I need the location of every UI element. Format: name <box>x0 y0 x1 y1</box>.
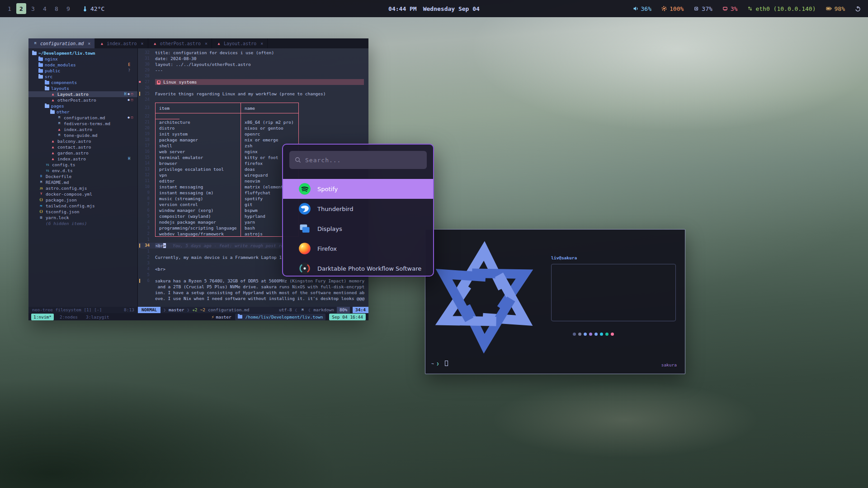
shell-prompt[interactable]: ~ ❯ <box>431 361 448 366</box>
clock-time: 04:44 PM <box>388 5 417 12</box>
memory-module[interactable]: 3% <box>722 5 738 12</box>
vim-mode-indicator: NORMAL <box>138 307 160 313</box>
temperature-module[interactable]: 42°C <box>82 5 104 12</box>
editor-line: 27Linux systems <box>138 79 368 85</box>
launcher-item[interactable]: Thunderbird <box>283 199 433 219</box>
clock-date: Wednesday Sep 04 <box>423 5 480 12</box>
close-icon[interactable]: × <box>141 41 144 47</box>
tree-item[interactable]: env.d.ts <box>28 168 137 174</box>
tree-item[interactable]: node_modules E <box>28 62 137 68</box>
palette-dot <box>611 333 614 336</box>
window-label: sakura <box>661 362 677 368</box>
tmux-window-tab[interactable]: 1:nvim* <box>31 314 54 320</box>
workspace-button[interactable]: 2 <box>16 3 26 14</box>
tree-item[interactable]: package.json <box>28 197 137 203</box>
tree-item[interactable]: otherPost.astro ● □ <box>28 97 137 103</box>
tree-item[interactable]: tone-guide.md <box>28 132 137 138</box>
editor-tab[interactable]: Layout.astro × <box>212 38 268 48</box>
close-icon[interactable]: × <box>260 41 263 47</box>
tree-item[interactable]: components <box>28 80 137 85</box>
editor-line: 24 <box>138 97 368 103</box>
tree-item[interactable]: ~/Development/liv.town <box>28 50 137 56</box>
close-icon[interactable]: × <box>205 41 208 47</box>
markdown-icon <box>300 307 305 313</box>
tree-item[interactable]: garden.astro <box>28 150 137 156</box>
desktop: 1 2 3 4 8 9 42°C <box>0 0 868 488</box>
git-added-count: +2 <box>192 307 197 313</box>
tree-item[interactable]: index.astro <box>28 127 137 132</box>
launcher-search[interactable] <box>289 151 427 169</box>
tmux-window-tab[interactable]: 3:lazygit <box>84 314 111 320</box>
tree-badge: □ <box>131 91 133 97</box>
tree-item[interactable]: yarn.lock <box>28 215 137 221</box>
workspace-button[interactable]: 8 <box>52 3 61 14</box>
editor-tab[interactable]: configuration.md × <box>28 38 95 48</box>
tree-item[interactable]: astro.config.mjs <box>28 185 137 191</box>
table-header-item: item <box>155 103 241 113</box>
tree-item[interactable]: (6 hidden items) <box>28 221 137 226</box>
volume-module[interactable]: 36% <box>633 5 651 12</box>
editor-tab[interactable]: index.astro × <box>95 38 148 48</box>
palette-dot <box>584 333 587 336</box>
workspace-button[interactable]: 9 <box>63 3 73 14</box>
battery-module[interactable]: 98% <box>826 5 845 12</box>
json-icon <box>38 209 44 215</box>
tree-item[interactable]: balcony.astro <box>28 138 137 144</box>
launcher-item[interactable]: Darktable Photo Workflow Software <box>283 258 433 277</box>
git-branch[interactable]: master <box>169 307 184 313</box>
tree-badge: ● <box>128 97 130 103</box>
launcher-item[interactable]: Displays <box>283 219 433 239</box>
launcher-item[interactable]: Firefox <box>283 239 433 258</box>
workspace-button[interactable]: 3 <box>28 3 38 14</box>
tree-item[interactable]: configuration.md ● □ <box>28 115 137 121</box>
tree-item[interactable]: fediverse-terms.md <box>28 121 137 127</box>
tree-badge: □ <box>131 97 133 103</box>
neo-tree-sidebar: ~/Development/liv.town nginx <box>28 48 138 307</box>
launcher-item[interactable]: Spotify <box>283 179 433 199</box>
tree-item[interactable]: src <box>28 74 137 80</box>
tmux-window-tab[interactable]: 2:nodes <box>57 314 80 320</box>
tree-item[interactable]: docker-compose.yml <box>28 191 137 197</box>
user-host: liv@sakura <box>551 255 676 261</box>
cpu-module[interactable]: 37% <box>693 5 712 12</box>
tree-item[interactable]: layouts <box>28 85 137 91</box>
markdown-icon <box>57 121 62 127</box>
table-row: 21 architecture x86_64 (rip m2 pro) <box>138 119 368 125</box>
search-input[interactable] <box>305 157 421 164</box>
system-info-line: OSNixOS 24.11.20240828.71e91c4 (Vicuna) … <box>555 266 672 272</box>
tree-item[interactable]: config.ts <box>28 162 137 168</box>
brightness-module[interactable]: 100% <box>661 5 684 12</box>
tree-item[interactable]: tsconfig.json <box>28 209 137 215</box>
workspace-button[interactable]: 4 <box>40 3 50 14</box>
tree-item[interactable]: Layout.astro H ● □ <box>28 91 137 97</box>
tree-item[interactable]: other <box>28 109 137 115</box>
editor-tab[interactable]: otherPost.astro × <box>148 38 212 48</box>
folder-icon <box>45 81 49 84</box>
editor-line: 32title: configuration for devices i use… <box>138 50 368 56</box>
editor-line: 29--- <box>138 67 368 73</box>
volume-icon <box>633 6 638 11</box>
tree-item[interactable]: index.astro H <box>28 156 137 162</box>
tree-item[interactable]: pages <box>28 103 137 109</box>
darktable-icon <box>298 262 311 275</box>
typescript-icon <box>45 162 50 168</box>
statusline: neo-tree filesystem [1] [-] 8:13 NORMAL … <box>28 307 368 313</box>
tree-badge: ? <box>128 68 130 74</box>
tree-item[interactable]: README.md <box>28 179 137 185</box>
tree-item[interactable]: nginx <box>28 56 137 62</box>
tree-item[interactable]: Dockerfile <box>28 174 137 179</box>
fastfetch-terminal[interactable]: liv@sakura OSNixOS 24.11.20240828.71e91c… <box>425 229 685 374</box>
power-button[interactable] <box>855 6 861 12</box>
folder-open-icon <box>45 104 49 108</box>
tree-item[interactable]: tailwind.config.mjs <box>28 203 137 209</box>
close-icon[interactable]: × <box>88 41 90 47</box>
workspace-button[interactable]: 1 <box>5 3 14 14</box>
nixos-logo <box>431 240 538 354</box>
folder-icon <box>38 63 43 67</box>
folder-icon <box>38 57 43 61</box>
network-module[interactable]: eth0 (10.0.0.140) <box>747 5 816 12</box>
tree-item[interactable]: public ? <box>28 68 137 74</box>
tree-item[interactable]: contact.astro <box>28 144 137 150</box>
lock-icon <box>38 215 44 221</box>
editor-line: 25Favorite things regarding Linux and my… <box>138 91 368 97</box>
